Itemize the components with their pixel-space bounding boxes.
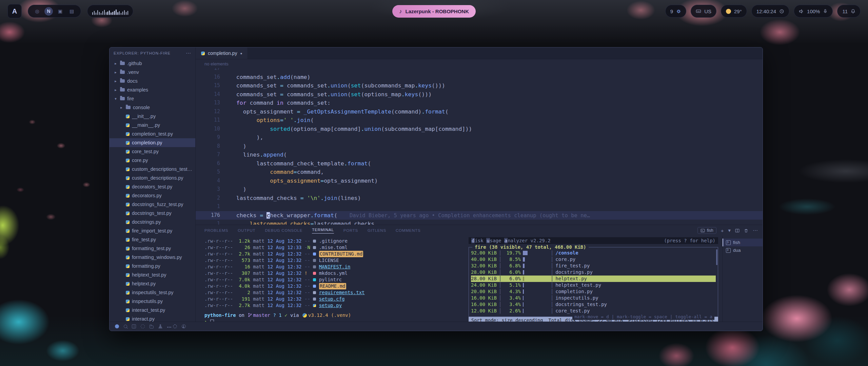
code-editor[interactable]: 17 """16 commands_set.add(name)15 comman… bbox=[196, 68, 763, 225]
code-line[interactable]: 4 opts_assignment=opts_assignment) bbox=[196, 177, 763, 185]
kill-terminal-button[interactable] bbox=[744, 228, 748, 233]
terminal-profile-chip[interactable]: fish bbox=[697, 227, 716, 234]
book-icon[interactable] bbox=[132, 324, 136, 328]
tab-completion-py[interactable]: completion.py ● bbox=[196, 47, 248, 59]
code-line[interactable]: 9 ), bbox=[196, 133, 763, 142]
panel-tab-problems[interactable]: PROBLEMS bbox=[204, 228, 228, 232]
weather-widget[interactable]: 29° bbox=[721, 5, 747, 18]
modified-dot-icon[interactable]: ● bbox=[240, 52, 242, 55]
code-line[interactable]: 14 commands_set = commands_set.union(set… bbox=[196, 90, 763, 99]
folder-icon[interactable] bbox=[150, 326, 154, 328]
dua-entry-completion.py[interactable]: 20.00 KiB│4.3%│completion.py bbox=[471, 288, 716, 295]
app-launcher-button[interactable]: A bbox=[7, 4, 22, 18]
tree-file-formatting_test.py[interactable]: formatting_test.py bbox=[110, 244, 195, 253]
updates-widget[interactable]: 9 bbox=[665, 5, 686, 18]
dua-entry-core.py[interactable]: 40.00 KiB│8.5%│core.py bbox=[471, 256, 716, 263]
dua-entry-helptext_test.py[interactable]: 24.00 KiB│5.1%│helptext_test.py bbox=[471, 282, 716, 288]
code-line[interactable]: 1 bbox=[196, 202, 763, 211]
tree-file-__main__.py[interactable]: __main__.py bbox=[110, 121, 195, 129]
ellipsis-icon[interactable] bbox=[167, 327, 168, 328]
code-line[interactable]: 11 options=' '.join( bbox=[196, 116, 763, 125]
notifications-widget[interactable]: 11 bbox=[837, 5, 861, 18]
prompt-input-line[interactable]: ❯ bbox=[204, 319, 465, 322]
code-line[interactable]: 15 commands_set = commands_set.union(set… bbox=[196, 81, 763, 90]
workspace-button-w4[interactable]: ▤ bbox=[67, 7, 76, 16]
dua-entry-docstrings.py[interactable]: 28.00 KiB│6.0%│docstrings.py bbox=[471, 269, 716, 276]
panel-more-actions-button[interactable]: ⋯ bbox=[753, 227, 758, 233]
account-icon[interactable] bbox=[182, 324, 186, 328]
code-line[interactable]: 176 checks = check_wrapper.format(David … bbox=[196, 211, 763, 220]
tree-file-decorators_test.py[interactable]: decorators_test.py bbox=[110, 182, 195, 191]
panel-tab-terminal[interactable]: TERMINAL bbox=[312, 228, 334, 233]
tree-file-custom_descriptions.py[interactable]: custom_descriptions.py bbox=[110, 174, 195, 182]
panel-tab-gitlens[interactable]: GITLENS bbox=[368, 228, 386, 232]
tree-file-interact.py[interactable]: interact.py bbox=[110, 314, 195, 322]
dua-scrollbar[interactable] bbox=[716, 249, 717, 265]
tree-file-docstrings.py[interactable]: docstrings.py bbox=[110, 218, 195, 226]
dua-entry-docstrings_test.py[interactable]: 16.00 KiB│3.4%│docstrings_test.py bbox=[471, 301, 716, 308]
tree-file-docstrings_test.py[interactable]: docstrings_test.py bbox=[110, 209, 195, 218]
tree-file-docstrings_fuzz_test.py[interactable]: docstrings_fuzz_test.py bbox=[110, 200, 195, 209]
tree-file-completion.py[interactable]: completion.py bbox=[110, 138, 195, 147]
terminal-session-fish[interactable]: fish bbox=[723, 239, 763, 246]
code-line[interactable]: 13 for command in commands_set: bbox=[196, 99, 763, 107]
code-line[interactable]: 1 lastcommand_checks=lastcommand_checks, bbox=[196, 220, 763, 225]
dua-entry-helptext.py[interactable]: 28.00 KiB│6.0%│helptext.py bbox=[471, 276, 716, 282]
media-widget[interactable]: ♪ Lazerpunk - ROBOPHONK bbox=[392, 5, 476, 18]
code-line[interactable]: 7 lines.append( bbox=[196, 150, 763, 159]
tree-file-inspectutils.py[interactable]: inspectutils.py bbox=[110, 297, 195, 306]
terminal-dropdown-button[interactable]: ▾ bbox=[728, 227, 731, 233]
explorer-more-actions-button[interactable]: ⋯ bbox=[186, 50, 191, 56]
workspace-button-w3[interactable]: ▣ bbox=[56, 7, 64, 16]
terminal-fish[interactable]: .rw-r--r--1.2kmatt12 Aug 12:32--.gitigno… bbox=[196, 236, 465, 322]
code-line[interactable]: 2 lastcommand_checks = '\n'.join(lines) bbox=[196, 194, 763, 203]
volume-widget[interactable]: 100% bbox=[794, 5, 833, 18]
panel-tab-ports[interactable]: PORTS bbox=[343, 228, 358, 232]
panel-tab-comments[interactable]: COMMENTS bbox=[396, 228, 420, 232]
tree-file-decorators.py[interactable]: decorators.py bbox=[110, 191, 195, 200]
tree-file-completion_test.py[interactable]: completion_test.py bbox=[110, 129, 195, 138]
code-line[interactable]: 12 opts_assignment = _GetOptsAssignmentT… bbox=[196, 107, 763, 116]
gear-icon[interactable] bbox=[173, 324, 177, 328]
code-line[interactable]: 3 ) bbox=[196, 185, 763, 194]
code-line[interactable]: 5 command=command, bbox=[196, 168, 763, 177]
new-terminal-button[interactable]: + bbox=[721, 228, 724, 233]
tree-folder-console[interactable]: ▸console bbox=[110, 103, 195, 112]
dua-entry-fire_test.py[interactable]: 32.00 KiB│6.8%│fire_test.py bbox=[471, 263, 716, 269]
tree-file-interact_test.py[interactable]: interact_test.py bbox=[110, 306, 195, 314]
tree-file-custom_descriptions_test…[interactable]: custom_descriptions_test… bbox=[110, 165, 195, 174]
terminal-session-dua[interactable]: dua bbox=[723, 246, 763, 254]
tree-file-inspectutils_test.py[interactable]: inspectutils_test.py bbox=[110, 288, 195, 297]
tree-folder-examples[interactable]: ▸examples bbox=[110, 85, 195, 94]
tree-file-core_test.py[interactable]: core_test.py bbox=[110, 147, 195, 156]
terminal-dua[interactable]: disk usage analyzer v2.29.2 (press ? for… bbox=[465, 236, 722, 322]
beaker-icon[interactable] bbox=[158, 324, 162, 328]
tree-file-helptext.py[interactable]: helptext.py bbox=[110, 279, 195, 288]
panel-tab-output[interactable]: OUTPUT bbox=[238, 228, 255, 232]
panel-tab-debug-console[interactable]: DEBUG CONSOLE bbox=[265, 228, 302, 232]
keyboard-layout-widget[interactable]: US bbox=[691, 5, 716, 18]
code-line[interactable]: 6 lastcommand_check_template.format( bbox=[196, 159, 763, 168]
code-line[interactable]: 8 ) bbox=[196, 142, 763, 151]
remote-icon[interactable] bbox=[115, 324, 119, 328]
tree-folder-fire[interactable]: ▾fire bbox=[110, 94, 195, 103]
split-terminal-button[interactable] bbox=[735, 228, 739, 233]
search-icon[interactable] bbox=[124, 325, 127, 328]
tree-file-formatting.py[interactable]: formatting.py bbox=[110, 262, 195, 270]
tree-file-fire_import_test.py[interactable]: fire_import_test.py bbox=[110, 226, 195, 235]
tree-folder-.venv[interactable]: ▸.venv bbox=[110, 68, 195, 77]
code-line[interactable]: 16 commands_set.add(name) bbox=[196, 73, 763, 82]
tree-file-core.py[interactable]: core.py bbox=[110, 156, 195, 165]
workspace-button-w2[interactable]: N bbox=[44, 7, 53, 16]
dua-entry-console[interactable]: 92.00 KiB│19.7%│/console bbox=[471, 250, 716, 256]
tree-file-helptext_test.py[interactable]: helptext_test.py bbox=[110, 270, 195, 279]
code-line[interactable]: 17 """ bbox=[196, 68, 763, 73]
tree-folder-docs[interactable]: ▸docs bbox=[110, 77, 195, 85]
tree-file-__init__.py[interactable]: __init__.py bbox=[110, 112, 195, 121]
breadcrumb[interactable]: no elements bbox=[196, 59, 763, 68]
sync-icon[interactable] bbox=[141, 324, 145, 328]
code-line[interactable]: 10 sorted(options_map[command].union(sub… bbox=[196, 125, 763, 134]
tree-file-formatting_windows.py[interactable]: formatting_windows.py bbox=[110, 253, 195, 262]
workspace-button-w1[interactable]: ◎ bbox=[33, 7, 41, 16]
dua-entry-inspectutils.py[interactable]: 16.00 KiB│3.4%│inspectutils.py bbox=[471, 295, 716, 301]
